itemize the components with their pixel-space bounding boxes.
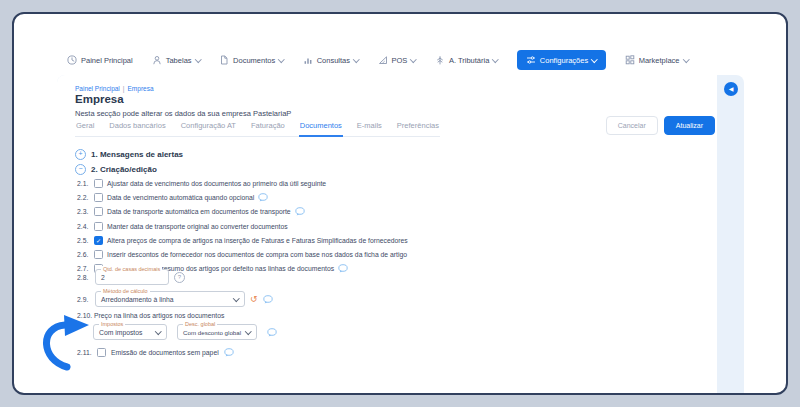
nav-item-documentos[interactable]: Documentos — [219, 55, 284, 65]
section-label: 1. Mensagens de alertas — [91, 150, 183, 159]
item-number: 2.4. — [77, 223, 90, 230]
checkbox-label: Emissão de documentos sem papel — [111, 349, 219, 356]
checkbox[interactable] — [94, 179, 103, 188]
undo-icon[interactable]: ↺ — [250, 295, 258, 304]
cancel-button[interactable]: Cancelar — [606, 116, 658, 135]
item-number: 2.5. — [77, 237, 90, 244]
checkbox[interactable] — [94, 250, 103, 259]
checklist-row: 2.3. Data de transporte automática em do… — [77, 207, 408, 216]
chevron-down-icon — [492, 56, 498, 62]
triangle-ruler-icon — [378, 55, 388, 65]
chat-bubble-icon[interactable] — [224, 348, 234, 357]
nav-item-tabelas[interactable]: Tabelas — [152, 55, 200, 65]
settings-card: Painel Principal|Empresa Empresa Nesta s… — [57, 75, 717, 393]
item-number: 2.1. — [77, 180, 90, 187]
global-discount-select[interactable]: Desc. global Com desconto global — [177, 324, 257, 340]
checkbox-label: Ajustar data de vencimento dos documento… — [107, 180, 326, 187]
tree-icon — [435, 55, 445, 65]
help-icon[interactable]: ? — [174, 272, 185, 283]
breadcrumb-separator: | — [123, 85, 125, 92]
panel-collapse-button[interactable]: ◀ — [724, 82, 738, 96]
field-value: 2 — [101, 274, 105, 281]
item-number: 2.6. — [77, 251, 90, 258]
checkbox-label: Inserir descontos de fornecedor nos docu… — [107, 251, 407, 258]
item-number: 2.11. — [77, 349, 92, 356]
chevron-down-icon — [683, 56, 689, 62]
update-button[interactable]: Atualizar — [664, 116, 715, 135]
chevron-down-icon — [233, 295, 239, 301]
section-mensagens-alertas[interactable]: + 1. Mensagens de alertas — [75, 149, 183, 160]
chat-bubble-icon[interactable] — [263, 295, 273, 304]
breadcrumb-item-empresa: Empresa — [128, 85, 154, 92]
nav-item-label: Consultas — [317, 56, 350, 65]
tab-dados-banc-rios[interactable]: Dados bancários — [108, 121, 166, 136]
item-number: 2.9. — [77, 296, 90, 303]
calc-method-select[interactable]: Método de cálculo Arredondamento à linha — [95, 291, 245, 307]
item-number: 2.2. — [77, 194, 90, 201]
top-nav: Painel Principal Tabelas Documentos — [67, 50, 770, 70]
decimal-places-input[interactable]: Qtd. de casas decimais 2 — [95, 269, 169, 285]
checklist-row: 2.5. ✓ Altera preços de compra de artigo… — [77, 236, 408, 245]
chat-bubble-icon[interactable] — [338, 264, 348, 273]
nav-item-marketplace[interactable]: Marketplace — [625, 55, 688, 65]
nav-item-label: Tabelas — [166, 56, 192, 65]
field-value: Com impostos — [99, 329, 142, 336]
field-value: Arredondamento à linha — [101, 296, 174, 303]
field-label: Método de cálculo — [101, 288, 150, 294]
checkbox[interactable] — [94, 222, 103, 231]
row-decimal-places: 2.8. Qtd. de casas decimais 2 ? — [77, 269, 185, 285]
row-price-fields: Impostos Com impostos Desc. global Com d… — [93, 324, 277, 340]
checkbox-label: Data de transporte automática em documen… — [107, 208, 291, 215]
nav-item-label: Documentos — [233, 56, 275, 65]
item-number: 2.3. — [77, 208, 90, 215]
checklist-row: 2.2. Data de vencimento automática quand… — [77, 193, 408, 202]
nav-item-label: A. Tributária — [449, 56, 489, 65]
section-label: 2. Criação/edição — [91, 165, 157, 174]
nav-item-a-tributaria[interactable]: A. Tributária — [435, 55, 498, 65]
field-value: Com desconto global — [183, 329, 241, 336]
checkbox-label: Altera preços de compra de artigos na in… — [107, 237, 408, 244]
nav-item-label: Painel Principal — [81, 56, 133, 65]
chart-icon — [303, 55, 313, 65]
page-title: Empresa — [75, 93, 124, 105]
tab-configura-o-at[interactable]: Configuração AT — [180, 121, 237, 136]
chevron-down-icon — [591, 56, 597, 62]
breadcrumb-item-painel[interactable]: Painel Principal — [75, 85, 120, 92]
chat-bubble-icon[interactable] — [258, 193, 268, 202]
row-paperless: 2.11. Emissão de documentos sem papel — [77, 348, 234, 357]
row-calc-method: 2.9. Método de cálculo Arredondamento à … — [77, 291, 273, 307]
checkbox[interactable]: ✓ — [94, 236, 103, 245]
field-label: Desc. global — [183, 321, 217, 327]
expand-icon[interactable]: + — [75, 149, 86, 160]
page-subtitle: Nesta secção pode alterar os dados da su… — [75, 109, 291, 118]
nav-item-label: Marketplace — [639, 56, 680, 65]
chat-bubble-icon[interactable] — [295, 207, 305, 216]
breadcrumb: Painel Principal|Empresa — [75, 85, 154, 92]
section-criacao-edicao[interactable]: − 2. Criação/edição — [75, 164, 157, 175]
tab-e-mails[interactable]: E-mails — [356, 121, 383, 136]
document-icon — [219, 55, 229, 65]
checklist-row: 2.6. Inserir descontos de fornecedor nos… — [77, 250, 408, 259]
taxes-select[interactable]: Impostos Com impostos — [93, 324, 167, 340]
checkbox[interactable] — [94, 193, 103, 202]
item-number: 2.10. — [77, 312, 92, 319]
row-price-line: 2.10. Preço na linha dos artigos nos doc… — [77, 312, 224, 319]
nav-item-label: POS — [392, 56, 408, 65]
checkbox-label: Data de vencimento automática quando opc… — [107, 194, 254, 201]
nav-item-consultas[interactable]: Consultas — [303, 55, 359, 65]
nav-item-painel-principal[interactable]: Painel Principal — [67, 55, 133, 65]
tab-fatura-o[interactable]: Faturação — [250, 121, 286, 136]
chat-bubble-icon[interactable] — [267, 328, 277, 337]
app-canvas: { "nav": { "items": [ {"icon": "clock-ic… — [0, 0, 800, 407]
people-icon — [152, 55, 162, 65]
collapse-icon[interactable]: − — [75, 164, 86, 175]
tab-documentos[interactable]: Documentos — [299, 121, 343, 137]
nav-item-configuracoes[interactable]: Configurações — [517, 50, 606, 70]
app-window: Painel Principal Tabelas Documentos — [12, 12, 788, 395]
sliders-icon — [526, 55, 536, 65]
checkbox[interactable] — [94, 207, 103, 216]
tab-prefer-ncias[interactable]: Preferências — [396, 121, 440, 136]
paperless-checkbox[interactable] — [97, 348, 106, 357]
nav-item-pos[interactable]: POS — [378, 55, 416, 65]
tab-geral[interactable]: Geral — [75, 121, 95, 136]
